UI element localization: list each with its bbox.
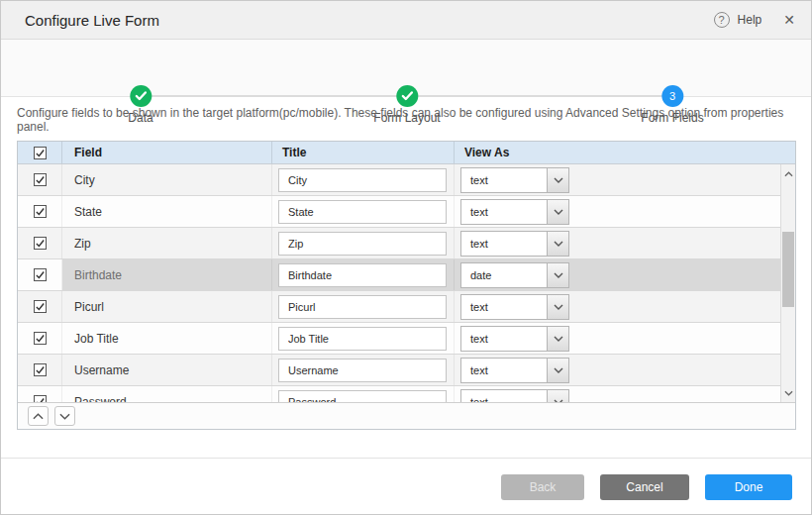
table-row[interactable]: Zip text (18, 228, 780, 259)
view-as-select[interactable]: text (460, 294, 569, 320)
row-checkbox[interactable] (34, 363, 47, 376)
row-checkbox[interactable] (34, 173, 47, 186)
field-name: Picurl (62, 291, 272, 322)
table-row[interactable]: Job Title text (18, 323, 780, 355)
titlebar-actions: ? Help ✕ (714, 12, 795, 28)
done-button[interactable]: Done (705, 474, 792, 500)
step-complete-icon (130, 85, 152, 107)
table-header: Field Title View As (18, 142, 795, 164)
row-checkbox[interactable] (34, 395, 47, 402)
select-value: text (461, 390, 547, 403)
step-complete-icon (396, 85, 418, 107)
step-number-badge: 3 (661, 85, 683, 107)
view-as-select[interactable]: text (460, 167, 569, 193)
field-name: Zip (62, 228, 272, 258)
select-value: text (461, 200, 547, 224)
chevron-down-icon (547, 359, 568, 382)
title-input[interactable] (278, 200, 447, 224)
chevron-down-icon (547, 295, 568, 319)
chevron-down-icon (547, 327, 568, 351)
title-input[interactable] (278, 263, 447, 287)
scroll-up-button[interactable] (781, 166, 795, 181)
select-value: text (461, 295, 547, 319)
table-row[interactable]: Username text (18, 355, 780, 386)
table-row[interactable]: City text (18, 164, 780, 196)
row-checkbox[interactable] (34, 268, 47, 281)
move-down-button[interactable] (54, 406, 75, 426)
table-body: City text State text (18, 164, 795, 402)
view-as-select[interactable]: text (460, 231, 569, 257)
configure-live-form-dialog: Configure Live Form ? Help ✕ Data Form L… (0, 0, 812, 515)
footer-divider (1, 458, 811, 459)
field-name: Birthdate (62, 259, 272, 290)
select-value: text (461, 168, 547, 192)
title-input[interactable] (278, 168, 447, 192)
cancel-button[interactable]: Cancel (600, 474, 689, 500)
chevron-down-icon (547, 232, 568, 256)
row-checkbox[interactable] (34, 237, 47, 250)
title-input[interactable] (278, 390, 447, 403)
title-input[interactable] (278, 295, 447, 319)
table-scrollbar[interactable] (780, 164, 795, 402)
help-link[interactable]: Help (738, 13, 762, 27)
view-as-select[interactable]: text (460, 326, 569, 352)
column-header-field: Field (62, 142, 272, 163)
select-value: text (461, 232, 547, 256)
table-row[interactable]: State text (18, 196, 780, 228)
title-input[interactable] (278, 232, 447, 256)
chevron-down-icon (547, 168, 568, 192)
footer: Back Cancel Done (501, 474, 792, 500)
field-name: City (62, 164, 272, 195)
reorder-strip (18, 402, 795, 429)
select-all-checkbox[interactable] (34, 147, 47, 159)
chevron-down-icon (547, 390, 568, 403)
view-as-select[interactable]: text (460, 358, 569, 383)
row-checkbox[interactable] (34, 300, 47, 313)
view-as-select[interactable]: text (460, 389, 569, 403)
select-value: text (461, 327, 547, 351)
field-name: State (62, 196, 272, 227)
stepper: Data Form Layout 3 Form Fields (1, 40, 811, 97)
move-up-button[interactable] (28, 406, 49, 426)
field-name: Password (62, 386, 272, 402)
field-name: Username (62, 355, 272, 385)
table-row[interactable]: Birthdate date (18, 259, 780, 291)
select-value: date (461, 263, 547, 287)
title-input[interactable] (278, 327, 447, 351)
back-button[interactable]: Back (501, 474, 584, 500)
chevron-down-icon (547, 200, 568, 224)
select-value: text (461, 359, 547, 382)
column-header-view-as: View As (455, 142, 795, 163)
column-header-title: Title (272, 142, 455, 163)
view-as-select[interactable]: date (460, 262, 569, 288)
instruction-text: Configure fields to be shown in the targ… (17, 106, 795, 134)
table-row[interactable]: Picurl text (18, 291, 780, 323)
field-name: Job Title (62, 323, 272, 354)
close-icon[interactable]: ✕ (783, 12, 795, 28)
row-checkbox[interactable] (34, 332, 47, 345)
titlebar: Configure Live Form ? Help ✕ (1, 1, 811, 40)
table-row[interactable]: Password text (18, 386, 780, 402)
scrollbar-thumb[interactable] (782, 232, 794, 307)
title-input[interactable] (278, 359, 447, 382)
view-as-select[interactable]: text (460, 199, 569, 225)
scroll-down-button[interactable] (781, 385, 795, 400)
chevron-down-icon (547, 263, 568, 287)
dialog-title: Configure Live Form (25, 12, 714, 29)
row-checkbox[interactable] (34, 205, 47, 218)
help-icon[interactable]: ? (714, 12, 730, 28)
fields-table: Field Title View As City text State (17, 141, 796, 430)
